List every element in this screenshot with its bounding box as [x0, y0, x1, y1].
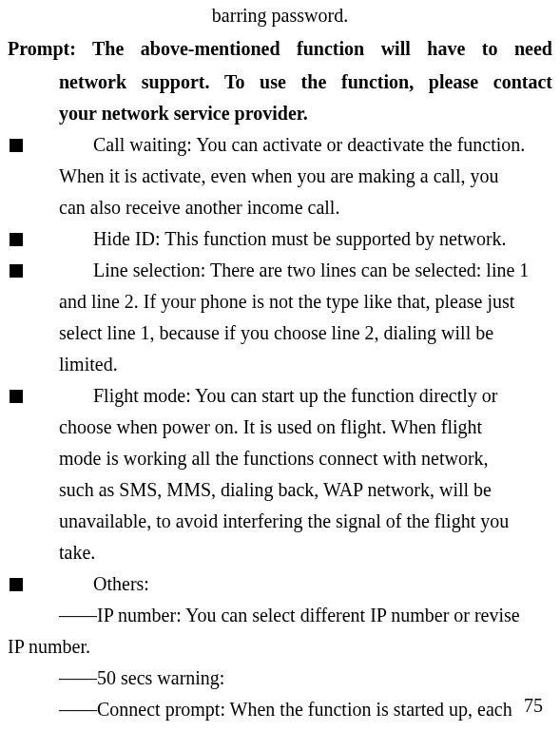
bullet-text: Flight mode: You can start up the functi…	[23, 380, 552, 412]
bullet-line-selection: Line selection: There are two lines can …	[8, 255, 552, 286]
bullet-continuation: select line 1, because if you choose lin…	[8, 317, 552, 349]
bullet-continuation: and line 2. If your phone is not the typ…	[8, 286, 552, 317]
bullet-continuation: When it is activate, even when you are m…	[8, 161, 552, 192]
bullet-hide-id: Hide ID: This function must be supported…	[8, 223, 552, 255]
square-bullet-icon	[10, 139, 23, 152]
bullet-continuation: unavailable, to avoid interfering the si…	[8, 506, 552, 537]
bullet-text: Hide ID: This function must be supported…	[23, 223, 552, 255]
prompt-line-3: your network service provider.	[8, 98, 552, 129]
bullet-continuation: take.	[8, 537, 552, 568]
square-bullet-icon	[10, 233, 23, 246]
sub-ip-number-2: IP number.	[8, 631, 552, 663]
prompt-line-2: network support. To use the function, pl…	[8, 67, 552, 98]
square-bullet-icon	[10, 264, 23, 278]
bullet-flight-mode: Flight mode: You can start up the functi…	[8, 380, 552, 412]
bullet-continuation: mode is working all the functions connec…	[8, 443, 552, 474]
bullet-continuation: such as SMS, MMS, dialing back, WAP netw…	[8, 474, 552, 506]
square-bullet-icon	[10, 390, 23, 403]
bullet-continuation: can also receive another income call.	[8, 192, 552, 223]
page-number: 75	[524, 690, 543, 721]
sub-connect-prompt: ――Connect prompt: When the function is s…	[8, 694, 552, 725]
bullet-text: Line selection: There are two lines can …	[23, 255, 552, 286]
bullet-text: Others:	[23, 568, 552, 600]
bullet-continuation: choose when power on. It is used on flig…	[8, 412, 552, 443]
bullet-others: Others:	[8, 568, 552, 600]
header-fragment: barring password.	[8, 0, 552, 31]
bullet-continuation: limited.	[8, 349, 552, 380]
square-bullet-icon	[10, 578, 23, 591]
sub-ip-number-1: ――IP number: You can select different IP…	[8, 600, 552, 631]
bullet-text: Call waiting: You can activate or deacti…	[23, 129, 552, 161]
prompt-line-1: Prompt: The above-mentioned function wil…	[8, 33, 552, 65]
sub-50-secs: ――50 secs warning:	[8, 663, 552, 694]
bullet-call-waiting: Call waiting: You can activate or deacti…	[8, 129, 552, 161]
